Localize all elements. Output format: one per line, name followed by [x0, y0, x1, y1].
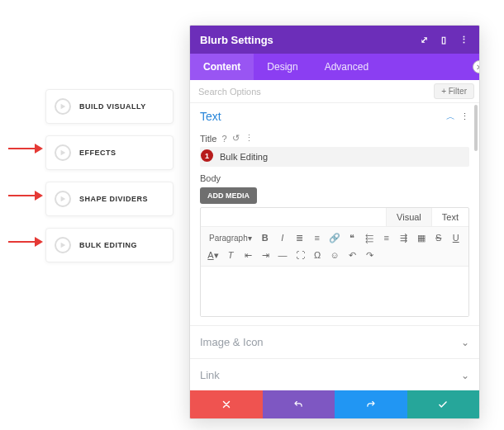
options-bar: Search Options + Filter: [190, 80, 479, 103]
sidebar-item-bulk-editing[interactable]: BULK EDITING: [45, 228, 174, 262]
editor-toolbar: Paragraph ▾ B I ≣ ≡ 🔗 ❝ ⬱ ≡ ⇶ ▦ S U A▾ T…: [201, 227, 468, 267]
play-icon: [55, 98, 71, 115]
underline-icon[interactable]: U: [449, 230, 464, 245]
link-icon[interactable]: 🔗: [327, 230, 342, 245]
title-field: 1: [200, 147, 469, 167]
align-right-icon[interactable]: ⇶: [397, 230, 411, 245]
sidebar-item-label: BUILD VISUALLY: [79, 102, 146, 111]
chevron-up-icon: ︿: [446, 111, 455, 123]
panel-tabs: Content Design Advanced ✕: [190, 54, 479, 80]
play-icon: [55, 144, 71, 161]
tab-advanced[interactable]: Advanced: [311, 54, 382, 80]
indent-icon[interactable]: ⇥: [258, 248, 273, 262]
align-left-icon[interactable]: ⬱: [362, 230, 377, 245]
rich-editor: Visual Text Paragraph ▾ B I ≣ ≡ 🔗 ❝ ⬱ ≡ …: [200, 207, 469, 317]
more-icon[interactable]: ⋮: [458, 34, 469, 45]
sidebar-item-build-visually[interactable]: BUILD VISUALLY: [45, 89, 174, 124]
body-label: Body: [200, 173, 469, 183]
sidebar-item-label: SHAPE DIVIDERS: [79, 195, 148, 203]
play-icon: [55, 191, 71, 207]
undo-button[interactable]: [263, 390, 335, 418]
close-icon[interactable]: ✕: [473, 60, 480, 73]
section-text-header[interactable]: Text ︿ ⋮: [190, 103, 479, 130]
sidebar-item-effects[interactable]: EFFECTS: [45, 135, 174, 170]
sidebar-item-label: BULK EDITING: [79, 241, 137, 249]
panel-actions: [190, 390, 479, 418]
section-heading: Text: [200, 110, 446, 123]
search-options-input[interactable]: Search Options: [198, 87, 434, 97]
annotation-marker-1: 1: [201, 149, 213, 162]
expand-icon[interactable]: ⤢: [418, 34, 430, 45]
add-media-button[interactable]: ADD MEDIA: [200, 187, 257, 204]
arrow-icon: [8, 236, 43, 248]
bold-icon[interactable]: B: [258, 230, 273, 245]
redo-button[interactable]: [335, 390, 407, 418]
fullscreen-icon[interactable]: ⛶: [292, 248, 307, 262]
filter-button[interactable]: + Filter: [434, 83, 474, 99]
title-label-row: Title ? ↺ ⋮: [200, 133, 469, 144]
clear-format-icon[interactable]: T: [223, 248, 238, 262]
tab-design[interactable]: Design: [254, 54, 311, 80]
panel-title: Blurb Settings: [200, 34, 410, 46]
special-char-icon[interactable]: Ω: [310, 248, 325, 262]
scrollbar-thumb[interactable]: [474, 105, 478, 151]
section-text-body: Title ? ↺ ⋮ 1 Body ADD MEDIA Visual Text…: [190, 133, 479, 325]
help-icon[interactable]: ?: [221, 134, 226, 144]
cancel-button[interactable]: [190, 390, 263, 418]
panel-body: Text ︿ ⋮ Title ? ↺ ⋮ 1 Body ADD MEDIA Vi…: [190, 103, 479, 390]
section-link[interactable]: Link ⌄: [190, 358, 479, 390]
reset-icon[interactable]: ↺: [232, 133, 240, 144]
arrow-icon: [8, 190, 43, 201]
confirm-button[interactable]: [407, 390, 480, 418]
bullet-list-icon[interactable]: ≣: [292, 230, 307, 245]
section-image-icon[interactable]: Image & Icon ⌄: [190, 325, 479, 358]
hr-icon[interactable]: ―: [275, 248, 290, 262]
arrow-icon: [8, 143, 43, 154]
sidebar: BUILD VISUALLY EFFECTS SHAPE DIVIDERS BU…: [45, 89, 174, 274]
outdent-icon[interactable]: ⇤: [240, 248, 255, 262]
chevron-down-icon: ⌄: [461, 370, 469, 381]
quote-icon[interactable]: ❝: [345, 230, 359, 245]
tab-content[interactable]: Content: [190, 54, 254, 80]
sidebar-item-label: EFFECTS: [79, 149, 116, 157]
editor-textarea[interactable]: [201, 267, 468, 316]
editor-tabs: Visual Text: [201, 208, 468, 227]
title-label: Title: [200, 134, 216, 144]
panel-toggle-icon[interactable]: ▯: [438, 34, 449, 45]
title-input[interactable]: [200, 147, 469, 167]
paragraph-dropdown[interactable]: Paragraph ▾: [206, 230, 255, 245]
toolbar-toggle-icon[interactable]: ▦: [414, 230, 429, 245]
chevron-down-icon: ⌄: [461, 337, 469, 348]
number-list-icon[interactable]: ≡: [310, 230, 325, 245]
redo-icon[interactable]: ↷: [362, 248, 377, 262]
editor-tab-text[interactable]: Text: [431, 208, 468, 226]
sidebar-item-shape-dividers[interactable]: SHAPE DIVIDERS: [45, 182, 174, 216]
more-icon[interactable]: ⋮: [245, 133, 254, 144]
align-center-icon[interactable]: ≡: [379, 230, 394, 245]
text-color-icon[interactable]: A▾: [206, 248, 221, 262]
undo-icon[interactable]: ↶: [345, 248, 359, 262]
italic-icon[interactable]: I: [275, 230, 290, 245]
editor-tab-visual[interactable]: Visual: [386, 208, 431, 226]
blurb-settings-panel: Blurb Settings ⤢ ▯ ⋮ Content Design Adva…: [189, 25, 480, 419]
strike-icon[interactable]: S: [431, 230, 446, 245]
play-icon: [55, 237, 71, 253]
emoji-icon[interactable]: ☺: [327, 248, 342, 262]
panel-header[interactable]: Blurb Settings ⤢ ▯ ⋮: [190, 26, 479, 54]
more-icon[interactable]: ⋮: [460, 111, 469, 122]
